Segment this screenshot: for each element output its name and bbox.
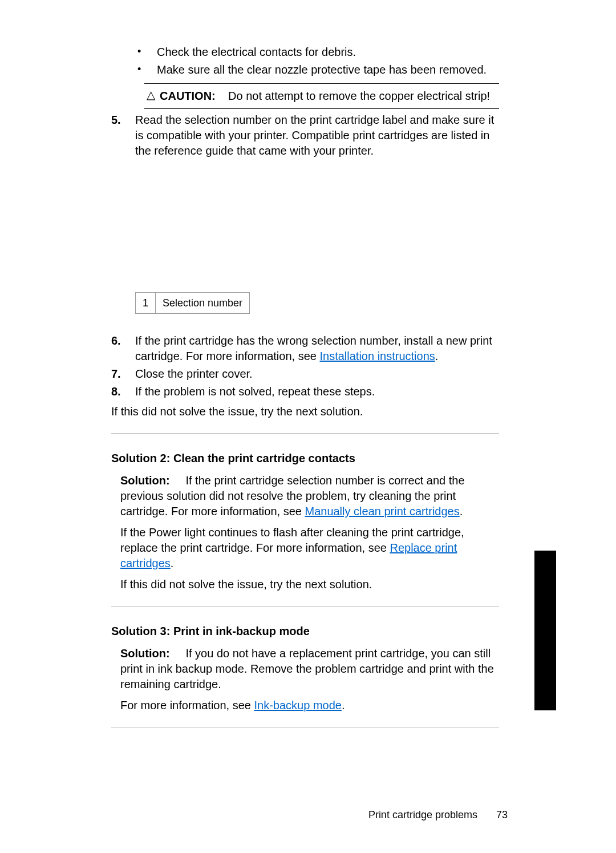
step-6: 6. If the print cartridge has the wrong …: [111, 333, 499, 364]
solution-label: Solution:: [120, 474, 170, 487]
section-divider: [111, 433, 499, 434]
try-next-paragraph: If this did not solve the issue, try the…: [111, 404, 499, 419]
step-7: 7. Close the printer cover.: [111, 366, 499, 382]
solution-label: Solution:: [120, 647, 170, 660]
table-cell-label: Selection number: [156, 293, 250, 314]
step-text: If the print cartridge has the wrong sel…: [135, 333, 499, 364]
page-footer: Print cartridge problems 73: [368, 808, 508, 822]
step-text: If the problem is not solved, repeat the…: [135, 384, 375, 399]
installation-instructions-link[interactable]: Installation instructions: [319, 350, 435, 362]
page-number: 73: [496, 809, 508, 820]
cartridge-image-placeholder: [135, 164, 306, 284]
ink-backup-mode-link[interactable]: Ink-backup mode: [254, 699, 342, 711]
step-number: 8.: [111, 384, 135, 399]
table-cell-num: 1: [136, 293, 156, 314]
manually-clean-link[interactable]: Manually clean print cartridges: [305, 505, 459, 518]
selection-number-table: 1 Selection number: [135, 292, 250, 314]
caution-box: △ CAUTION: Do not attempt to remove the …: [144, 83, 499, 109]
side-tab-background: [534, 551, 556, 710]
step-text: Read the selection number on the print c…: [135, 112, 499, 159]
bullet-text: Check the electrical contacts for debris…: [157, 45, 356, 60]
solution-2-para-1: Solution: If the print cartridge selecti…: [120, 473, 499, 519]
bullet-item: • Check the electrical contacts for debr…: [136, 45, 499, 60]
solution-3-para-2: For more information, see Ink-backup mod…: [120, 698, 499, 713]
bullet-icon: •: [136, 45, 157, 60]
step-number: 7.: [111, 366, 135, 382]
bullet-text: Make sure all the clear nozzle protectiv…: [157, 62, 487, 78]
try-next-paragraph: If this did not solve the issue, try the…: [120, 577, 499, 592]
solution-2: Solution 2: Clean the print cartridge co…: [111, 451, 499, 592]
page-content: • Check the electrical contacts for debr…: [111, 45, 499, 745]
solution-3: Solution 3: Print in ink-backup mode Sol…: [111, 624, 499, 713]
solution-2-heading: Solution 2: Clean the print cartridge co…: [111, 451, 499, 466]
bullet-item: • Make sure all the clear nozzle protect…: [136, 62, 499, 78]
step-number: 5.: [111, 112, 135, 159]
footer-section-title: Print cartridge problems: [368, 809, 477, 820]
solution-3-heading: Solution 3: Print in ink-backup mode: [111, 624, 499, 639]
caution-label: CAUTION:: [160, 90, 216, 102]
solution-3-para-1: Solution: If you do not have a replaceme…: [120, 646, 499, 692]
section-divider: [111, 727, 499, 727]
step-number: 6.: [111, 333, 135, 364]
step-text: Close the printer cover.: [135, 366, 253, 382]
solution-2-para-2: If the Power light continues to flash af…: [120, 525, 499, 571]
section-divider: [111, 606, 499, 607]
step-8: 8. If the problem is not solved, repeat …: [111, 384, 499, 399]
side-tab-label: Troubleshooting: [542, 751, 555, 827]
caution-text: Do not attempt to remove the copper elec…: [228, 90, 490, 102]
bullet-icon: •: [136, 62, 157, 78]
caution-icon: △: [147, 88, 155, 100]
step-5: 5. Read the selection number on the prin…: [111, 112, 499, 159]
